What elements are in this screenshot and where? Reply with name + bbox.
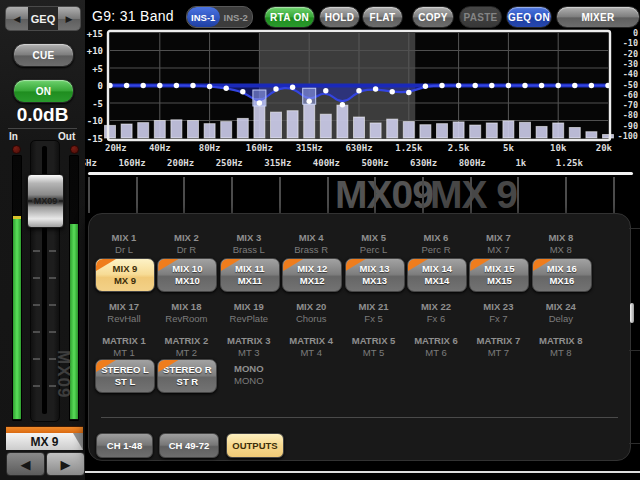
cue-button[interactable]: CUE xyxy=(13,43,74,67)
channel-select-mix-9[interactable]: MIX 9MX 9 xyxy=(95,258,155,292)
band-dot[interactable] xyxy=(473,83,478,88)
channel-select-mix-1[interactable]: MIX 1Dr L xyxy=(93,232,155,256)
channel-select-mix-17[interactable]: MIX 17RevHall xyxy=(93,301,155,325)
geq-prev-icon[interactable]: ◀ xyxy=(6,7,28,30)
prev-channel-button[interactable]: ◀ xyxy=(6,452,45,476)
band-select-label[interactable]: 1k xyxy=(515,158,526,168)
band-scroll-indicator[interactable] xyxy=(88,172,633,175)
band-dot[interactable] xyxy=(489,83,494,88)
channel-select-mix-12[interactable]: MIX 12MX12 xyxy=(282,258,342,292)
band-dot[interactable] xyxy=(224,86,229,91)
tab-ch1-48[interactable]: CH 1-48 xyxy=(96,433,153,458)
band-dot[interactable] xyxy=(190,83,195,88)
channel-select-mix-8[interactable]: MIX 8MX 8 xyxy=(530,232,592,256)
band-dot[interactable] xyxy=(406,90,411,95)
channel-select-matrix-2[interactable]: MATRIX 2MT 2 xyxy=(155,335,217,359)
band-dot[interactable] xyxy=(456,83,461,88)
tab-ins-1[interactable]: INS-1 xyxy=(187,7,220,27)
channel-select-mono[interactable]: MONOMONO xyxy=(218,363,280,387)
channel-select-mix-14[interactable]: MIX 14MX14 xyxy=(407,258,467,292)
band-select-label[interactable]: 160Hz xyxy=(118,158,145,168)
panel-scrollbar[interactable] xyxy=(630,303,634,323)
flat-button[interactable]: FLAT xyxy=(362,6,403,28)
band-select-label[interactable]: 315Hz xyxy=(264,158,291,168)
geq-next-icon[interactable]: ▶ xyxy=(58,7,80,30)
channel-select-mix-6[interactable]: MIX 6Perc R xyxy=(405,232,467,256)
channel-select-mix-16[interactable]: MIX 16MX16 xyxy=(532,258,592,292)
channel-select-mix-18[interactable]: MIX 18RevRoom xyxy=(155,301,217,325)
channel-select-stereo-r[interactable]: STEREO RST R xyxy=(157,359,217,393)
channel-select-mix-15[interactable]: MIX 15MX15 xyxy=(469,258,529,292)
fader-knob[interactable]: MX09 xyxy=(27,174,64,228)
channel-select-mix-20[interactable]: MIX 20Chorus xyxy=(280,301,342,325)
band-dot[interactable] xyxy=(340,102,345,107)
channel-select-matrix-1[interactable]: MATRIX 1MT 1 xyxy=(93,335,155,359)
band-dot[interactable] xyxy=(124,83,129,88)
band-dot[interactable] xyxy=(522,83,527,88)
band-dot[interactable] xyxy=(307,99,312,104)
tab-ins-2[interactable]: INS-2 xyxy=(220,7,253,27)
tab-ch49-72[interactable]: CH 49-72 xyxy=(159,433,219,458)
channel-select-mix-11[interactable]: MIX 11MX11 xyxy=(220,258,280,292)
channel-select-stereo-l[interactable]: STEREO LST L xyxy=(95,359,155,393)
channel-select-mix-13[interactable]: MIX 13MX13 xyxy=(345,258,405,292)
band-dot[interactable] xyxy=(506,83,511,88)
channel-select-mix-24[interactable]: MIX 24Delay xyxy=(530,301,592,325)
band-select-label[interactable]: 800Hz xyxy=(459,158,486,168)
band-dot[interactable] xyxy=(423,84,428,89)
paste-button: PASTE xyxy=(459,6,502,28)
channel-select-matrix-3[interactable]: MATRIX 3MT 3 xyxy=(218,335,280,359)
band-frequency-scroll-row[interactable]: 125Hz160Hz200Hz250Hz315Hz400Hz500Hz630Hz… xyxy=(85,156,640,170)
band-select-label[interactable]: 500Hz xyxy=(361,158,388,168)
band-dot[interactable] xyxy=(174,83,179,88)
band-dot[interactable] xyxy=(439,83,444,88)
band-dot[interactable] xyxy=(207,84,212,89)
channel-select-mix-23[interactable]: MIX 23Fx 7 xyxy=(467,301,529,325)
channel-tag: MT 5 xyxy=(343,347,405,359)
tab-outputs[interactable]: OUTPUTS xyxy=(226,433,284,458)
channel-select-mix-5[interactable]: MIX 5Perc L xyxy=(343,232,405,256)
band-dot[interactable] xyxy=(539,83,544,88)
band-dot[interactable] xyxy=(290,85,295,90)
geq-on-button[interactable]: GEQ ON xyxy=(506,6,552,28)
band-dot[interactable] xyxy=(141,83,146,88)
channel-select-mix-10[interactable]: MIX 10MX10 xyxy=(157,258,217,292)
band-dot[interactable] xyxy=(373,86,378,91)
next-channel-button[interactable]: ▶ xyxy=(46,452,85,476)
band-select-label[interactable]: 630Hz xyxy=(410,158,437,168)
channel-select-mix-4[interactable]: MIX 4Brass R xyxy=(280,232,342,256)
copy-button[interactable]: COPY xyxy=(412,6,454,28)
band-dot[interactable] xyxy=(323,88,328,93)
channel-name-plate[interactable]: MX 9 xyxy=(6,433,83,450)
band-dot[interactable] xyxy=(589,83,594,88)
on-button[interactable]: ON xyxy=(13,79,74,103)
channel-select-matrix-8[interactable]: MATRIX 8MT 8 xyxy=(530,335,592,359)
channel-select-matrix-4[interactable]: MATRIX 4MT 4 xyxy=(280,335,342,359)
band-dot[interactable] xyxy=(240,89,245,94)
channel-select-mix-7[interactable]: MIX 7MX 7 xyxy=(467,232,529,256)
band-select-label[interactable]: 200Hz xyxy=(167,158,194,168)
channel-select-matrix-6[interactable]: MATRIX 6MT 6 xyxy=(405,335,467,359)
channel-select-mix-21[interactable]: MIX 21Fx 5 xyxy=(343,301,405,325)
band-select-label[interactable]: 250Hz xyxy=(216,158,243,168)
band-select-label[interactable]: 1.25k xyxy=(556,158,583,168)
band-select-label[interactable]: 400Hz xyxy=(313,158,340,168)
band-dot[interactable] xyxy=(572,83,577,88)
band-dot[interactable] xyxy=(390,89,395,94)
channel-select-matrix-5[interactable]: MATRIX 5MT 5 xyxy=(343,335,405,359)
channel-select-mix-3[interactable]: MIX 3Brass L xyxy=(218,232,280,256)
channel-number: MIX 6 xyxy=(405,232,467,244)
hold-button[interactable]: HOLD xyxy=(319,6,360,28)
band-dot[interactable] xyxy=(257,100,262,105)
band-select-label[interactable]: 125Hz xyxy=(85,158,97,168)
channel-select-mix-2[interactable]: MIX 2Dr R xyxy=(155,232,217,256)
band-dot[interactable] xyxy=(157,83,162,88)
band-dot[interactable] xyxy=(556,83,561,88)
rta-on-button[interactable]: RTA ON xyxy=(264,6,315,28)
band-dot[interactable] xyxy=(356,88,361,93)
channel-select-mix-22[interactable]: MIX 22Fx 6 xyxy=(405,301,467,325)
mixer-button[interactable]: MIXER xyxy=(556,6,640,28)
band-dot[interactable] xyxy=(273,86,278,91)
channel-select-matrix-7[interactable]: MATRIX 7MT 7 xyxy=(467,335,529,359)
channel-select-mix-19[interactable]: MIX 19RevPlate xyxy=(218,301,280,325)
